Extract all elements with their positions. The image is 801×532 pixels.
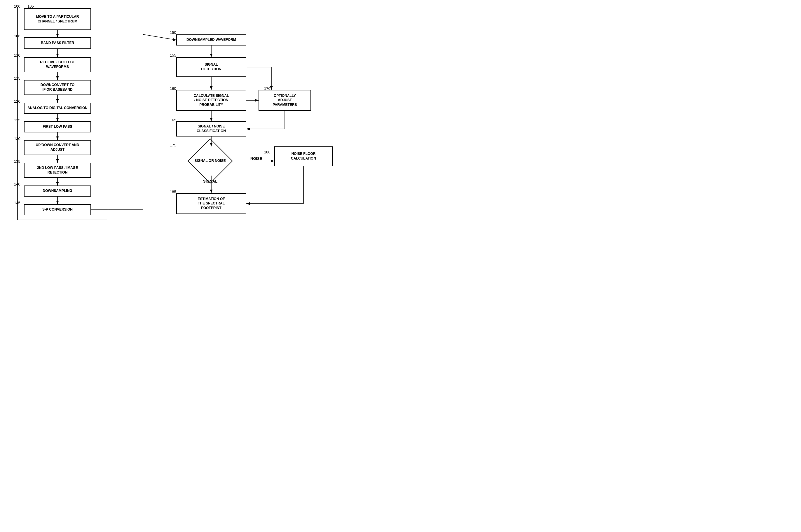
box-130: UP/DOWN CONVERT ANDADJUST [24,140,91,155]
ref-125: 125 [14,118,20,122]
diamond-175: SIGNAL OR NOISE [172,147,248,176]
ref-140: 140 [14,182,20,186]
box-150: DOWNSAMPLED WAVEFORM [176,34,246,45]
ref-100: 100 [14,4,20,8]
ref-180: 180 [264,150,271,154]
box-185: ESTIMATION OFTHE SPECTRALFOOTPRINT [176,193,246,214]
ref-145: 145 [14,201,20,205]
box-125: FIRST LOW PASS [24,121,91,132]
ref-120: 120 [14,99,20,103]
ref-105: 105 [27,4,34,8]
box-155: SIGNALDETECTION [176,57,246,77]
ref-185: 185 [170,190,176,194]
box-160: CALCULATE SIGNAL/ NOISE DETECTIONPROBABI… [176,90,246,111]
box-135: 2ND LOW PASS / IMAGEREJECTION [24,163,91,178]
ref-155: 155 [170,53,176,57]
box-106: BAND PASS FILTER [24,37,91,49]
label-signal: SIGNAL [203,179,218,184]
label-noise: NOISE [250,156,262,161]
box-105: MOVE TO A PARTICULARCHANNEL / SPECTRUM [24,8,91,30]
ref-115: 115 [14,76,20,80]
box-110: RECEIVE / COLLECTWAVEFORMS [24,57,91,72]
box-120: ANALOG TO DIGITAL CONVERSION [24,103,91,114]
ref-130: 130 [14,136,20,141]
ref-106: 106 [14,34,20,38]
box-145: S-P CONVERSION [24,204,91,215]
ref-110: 110 [14,53,20,57]
ref-150: 150 [170,30,176,35]
flowchart: 100 105 MOVE TO A PARTICULARCHANNEL / SP… [0,0,400,266]
ref-135: 135 [14,159,20,164]
svg-line-15 [143,34,176,40]
box-180: NOISE FLOORCALCULATION [274,147,333,166]
ref-160: 160 [170,86,176,91]
box-165: SIGNAL / NOISECLASSIFICATION [176,121,246,136]
box-115: DOWNCONVERT TOIF OR BASEBAND [24,80,91,95]
box-140: DOWNSAMPLING [24,186,91,196]
ref-165: 165 [170,118,176,122]
box-170: OPTIONALLYADJUSTPARAMETERS [259,90,311,111]
